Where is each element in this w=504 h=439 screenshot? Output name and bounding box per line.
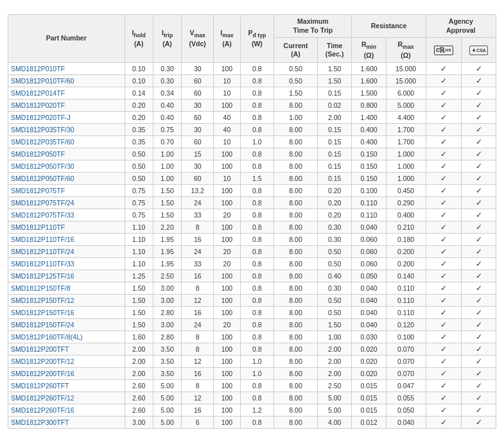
data-cell: 0.150	[352, 173, 386, 185]
data-cell: 0.30	[153, 63, 181, 75]
agency-check-cell: ✓	[462, 221, 496, 234]
data-cell: 1.60	[125, 331, 153, 343]
data-cell: 10	[214, 136, 240, 148]
data-cell: 16	[182, 270, 214, 282]
data-cell: 100	[214, 417, 240, 429]
data-cell: 0.060	[352, 246, 386, 258]
table-row: SMD1812P020TF0.200.40301000.88.000.020.8…	[8, 99, 496, 112]
data-cell: 0.50	[317, 258, 352, 270]
data-cell: 0.75	[153, 124, 181, 136]
data-cell: 0.30	[317, 221, 352, 234]
data-cell: 4.00	[317, 417, 352, 429]
data-cell: 0.34	[153, 87, 181, 99]
data-cell: 60	[182, 87, 214, 99]
part-number-cell[interactable]: SMD1812P110TF	[8, 221, 125, 234]
part-number-cell[interactable]: SMD1812P050TF	[8, 148, 125, 160]
data-cell: 0.75	[125, 185, 153, 197]
part-number-cell[interactable]: SMD1812P110TF/16	[8, 234, 125, 246]
data-cell: 0.50	[125, 173, 153, 185]
part-number-cell[interactable]: SMD1812P200TFT	[8, 343, 125, 356]
data-cell: 0.040	[352, 319, 386, 331]
part-number-cell[interactable]: SMD1812P125TF/16	[8, 270, 125, 282]
part-number-cell[interactable]: SMD1812P150TF/16	[8, 307, 125, 319]
part-number-cell[interactable]: SMD1812P035TF/30	[8, 124, 125, 136]
part-number-cell[interactable]: SMD1812P075TF	[8, 185, 125, 197]
agency-check-cell: ✓	[462, 75, 496, 87]
data-cell: 5.00	[153, 392, 181, 404]
table-row: SMD1812P110TF1.102.2081000.88.000.300.04…	[8, 221, 496, 234]
data-cell: 10	[214, 87, 240, 99]
table-row: SMD1812P150TF/81.503.0081000.88.000.300.…	[8, 282, 496, 295]
data-cell: 8.00	[274, 343, 318, 356]
data-cell: 0.8	[240, 343, 274, 356]
data-cell: 0.400	[352, 124, 386, 136]
data-cell: 1.600	[352, 63, 386, 75]
part-number-cell[interactable]: SMD1812P150TF/8	[8, 282, 125, 295]
part-number-cell[interactable]: SMD1812P050TF/60	[8, 173, 125, 185]
part-number-cell[interactable]: SMD1812P150TF/12	[8, 295, 125, 307]
part-number-cell[interactable]: SMD1812P260TF/16	[8, 404, 125, 417]
data-cell: 0.8	[240, 197, 274, 209]
part-number-cell[interactable]: SMD1812P010TF	[8, 63, 125, 75]
data-cell: 0.070	[386, 343, 426, 356]
data-cell: 1.95	[153, 234, 181, 246]
data-cell: 4.400	[386, 112, 426, 124]
part-number-cell[interactable]: SMD1812P075TF/24	[8, 197, 125, 209]
part-number-cell[interactable]: SMD1812P260TFT	[8, 380, 125, 392]
data-cell: 0.8	[240, 75, 274, 87]
col-i-max: Imax(A)	[214, 15, 240, 63]
data-cell: 3.50	[153, 368, 181, 380]
agency-check-cell: ✓	[462, 209, 496, 221]
data-cell: 8.00	[274, 258, 318, 270]
table-row: SMD1812P050TF0.501.00151000.88.000.150.1…	[8, 148, 496, 160]
data-cell: 8	[182, 331, 214, 343]
data-cell: 0.060	[352, 258, 386, 270]
agency-check-cell: ✓	[462, 63, 496, 75]
part-number-cell[interactable]: SMD1812P110TF/33	[8, 258, 125, 270]
agency-check-cell: ✓	[426, 124, 462, 136]
data-cell: 1.400	[352, 112, 386, 124]
part-number-cell[interactable]: SMD1812P050TF/30	[8, 160, 125, 173]
data-cell: 0.8	[240, 185, 274, 197]
col-agency-csa: ▲CSA	[462, 38, 496, 63]
data-cell: 8.00	[274, 404, 318, 417]
data-cell: 100	[214, 295, 240, 307]
data-cell: 0.50	[274, 63, 318, 75]
data-cell: 0.110	[386, 282, 426, 295]
table-row: SMD1812P125TF/161.252.50161000.88.000.40…	[8, 270, 496, 282]
part-number-cell[interactable]: SMD1812P160TF/8(4L)	[8, 331, 125, 343]
agency-check-cell: ✓	[462, 380, 496, 392]
data-cell: 0.040	[352, 295, 386, 307]
agency-check-cell: ✓	[426, 270, 462, 282]
data-cell: 5.00	[153, 404, 181, 417]
col-time: Time(Sec.)	[317, 38, 352, 63]
part-number-cell[interactable]: SMD1812P010TF/60	[8, 75, 125, 87]
data-cell: 0.100	[352, 185, 386, 197]
part-number-cell[interactable]: SMD1812P020TF	[8, 99, 125, 112]
data-cell: 2.00	[317, 343, 352, 356]
part-number-cell[interactable]: SMD1812P260TF/12	[8, 392, 125, 404]
data-cell: 1.10	[125, 234, 153, 246]
data-cell: 0.8	[240, 99, 274, 112]
part-number-cell[interactable]: SMD1812P300TFT	[8, 417, 125, 429]
part-number-cell[interactable]: SMD1812P110TF/24	[8, 246, 125, 258]
col-rmax: Rmax(Ω)	[386, 38, 426, 63]
col-i-hold: Ihold(A)	[125, 15, 153, 63]
col-agency: AgencyApproval	[426, 15, 496, 38]
part-number-cell[interactable]: SMD1812P200TF/16	[8, 368, 125, 380]
data-cell: 0.15	[317, 124, 352, 136]
data-cell: 100	[214, 197, 240, 209]
part-number-cell[interactable]: SMD1812P150TF/24	[8, 319, 125, 331]
part-number-cell[interactable]: SMD1812P035TF/60	[8, 136, 125, 148]
agency-check-cell: ✓	[462, 136, 496, 148]
data-cell: 3.00	[153, 295, 181, 307]
col-resistance: Resistance	[352, 15, 426, 38]
part-number-cell[interactable]: SMD1812P020TF-J	[8, 112, 125, 124]
data-cell: 8	[182, 343, 214, 356]
part-number-cell[interactable]: SMD1812P200TF/12	[8, 356, 125, 368]
data-cell: 1.00	[317, 331, 352, 343]
col-i-trip: Itrip(A)	[153, 15, 181, 63]
part-number-cell[interactable]: SMD1812P014TF	[8, 87, 125, 99]
data-cell: 0.290	[386, 197, 426, 209]
part-number-cell[interactable]: SMD1812P075TF/33	[8, 209, 125, 221]
